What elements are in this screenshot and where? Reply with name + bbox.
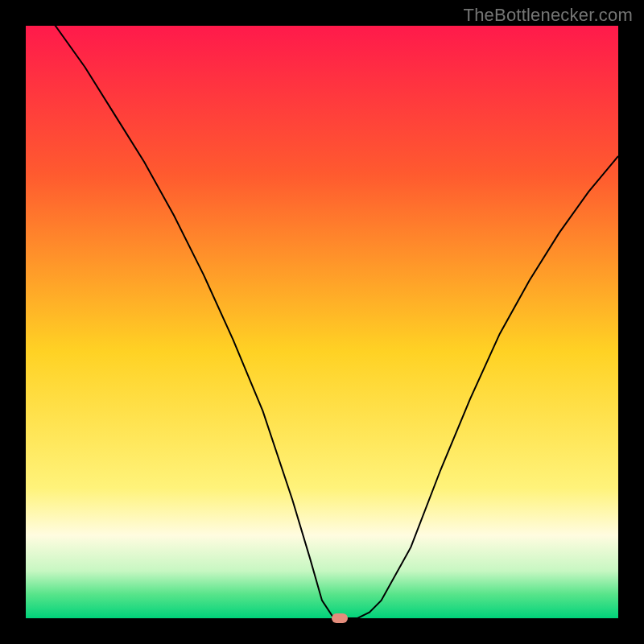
plot-area bbox=[26, 26, 618, 618]
bottleneck-curve bbox=[26, 26, 618, 618]
watermark-text: TheBottlenecker.com bbox=[464, 5, 633, 26]
curve-layer bbox=[26, 26, 618, 618]
plot-frame bbox=[26, 26, 618, 618]
curve-min-marker bbox=[332, 613, 348, 623]
